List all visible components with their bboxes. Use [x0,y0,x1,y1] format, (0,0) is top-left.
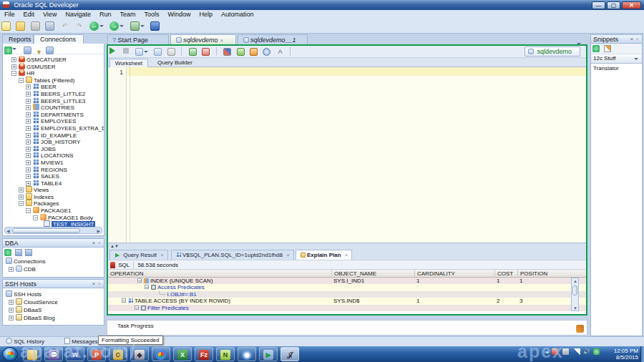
ssh-close-icon[interactable]: × [90,280,97,288]
minimize-button[interactable]: — [592,1,605,9]
snippet-category-combo[interactable]: 12c Stuff [591,54,642,64]
undo-icon[interactable]: ↶ [60,21,69,31]
sql-editor[interactable]: 1 [108,67,586,243]
expand-icon[interactable] [26,147,31,152]
menu-edit[interactable]: Edit [19,10,39,19]
grid-row-filter-predicates[interactable]: Filter Predicates [108,305,586,311]
expand-icon[interactable] [9,267,14,272]
history-icon[interactable] [263,48,270,56]
expand-icon[interactable] [19,195,24,200]
scroll-up-icon[interactable]: ▲ [573,278,577,284]
expand-icon[interactable] [26,140,31,145]
scroll-left-icon[interactable]: ◀ [6,228,10,234]
add-snippet-icon[interactable] [592,45,600,52]
format-icon[interactable]: A [276,48,284,56]
snippet-item-translator[interactable]: Translator [591,64,642,73]
expand-icon[interactable] [9,300,14,305]
tray-expand-icon[interactable]: ▴ [546,348,549,355]
forward-dropdown-icon[interactable] [119,25,124,29]
col-cardinality[interactable]: CARDINALITY [414,270,494,278]
debug-icon[interactable] [130,21,140,31]
add-dropdown-icon[interactable] [12,48,16,52]
debug-dropdown-icon[interactable] [140,25,145,29]
expand-icon[interactable] [26,160,31,165]
tree-item-locations[interactable]: LOCATIONS [3,152,104,159]
find-icon[interactable] [167,48,175,56]
tab-vsql-plan[interactable]: V$SQL_PLAN.SQL_ID=1uptd2nd1fhd8 × [171,250,294,260]
tree-item-beers-little3[interactable]: BEERS_LITTLE3 [3,97,104,104]
scroll-thumb[interactable] [572,285,577,295]
sql-label[interactable]: SQL [118,262,130,268]
menu-automation[interactable]: Automation [217,10,258,19]
splitter-bar[interactable]: ▲▼ [108,243,586,249]
collapse-icon[interactable] [145,285,149,289]
expand-icon[interactable] [26,84,31,89]
expand-icon[interactable] [11,64,16,69]
open-folder-icon[interactable] [16,21,25,31]
tab-close-icon[interactable]: × [345,252,348,258]
tree-item-views[interactable]: Views [3,186,104,193]
expand-icon[interactable] [9,315,14,321]
run-script-dropdown-icon[interactable] [144,51,148,55]
taskbar-screen-recorder[interactable]: ◉ [238,347,256,361]
expand-icon[interactable] [26,126,31,131]
collapse-icon[interactable] [11,71,16,76]
menu-view[interactable]: View [39,10,61,19]
taskbar-excel[interactable]: X [173,347,192,361]
sql-history-button[interactable]: SQL History [3,337,47,346]
autotrace-icon[interactable] [154,48,162,56]
tab-start-page[interactable]: ? Start Page [107,34,169,44]
show-desktop-button[interactable] [640,346,644,362]
back-icon[interactable]: ← [89,21,99,31]
back-dropdown-icon[interactable] [99,25,104,29]
collapse-icon[interactable] [33,215,38,220]
compare-icon[interactable] [150,21,160,31]
tab-close-icon[interactable]: × [220,37,224,44]
expand-icon[interactable] [26,133,31,138]
ssh-panel-header[interactable]: SSH Hosts ▫× [2,279,104,288]
redo-icon[interactable]: ↷ [74,21,84,31]
tree-item-package1-body[interactable]: PACKAGE1 Body [3,214,104,221]
taskbar-filezilla[interactable]: Fz [195,347,213,361]
explain-plan-icon[interactable] [223,48,231,56]
col-object-name[interactable]: OBJECT_NAME [331,270,414,278]
tree-item-gsmuser[interactable]: GSMUSER [3,63,104,70]
taskbar-file-explorer[interactable] [23,347,42,361]
tab-reports[interactable]: Reports [2,34,34,44]
expand-icon[interactable] [26,99,31,104]
menu-help[interactable]: Help [195,10,217,19]
expand-icon[interactable] [11,57,16,62]
run-script-icon[interactable] [135,48,143,56]
taskbar-word[interactable]: W [66,347,84,361]
menu-window[interactable]: Window [163,10,195,19]
network-icon[interactable] [574,348,580,355]
menu-tools[interactable]: Tools [140,10,163,19]
tree-item-jobs[interactable]: JOBS [3,145,104,152]
edit-snippet-icon[interactable] [604,45,611,52]
tray-clipboard-icon[interactable] [562,348,569,355]
dba-add-icon[interactable] [4,249,11,256]
menu-team[interactable]: Team [115,10,140,19]
tab-query-result[interactable]: Query Result × [109,250,168,260]
ssh-item-cloudservice[interactable]: CloudService [3,298,104,306]
add-connection-icon[interactable] [4,47,12,54]
scroll-down-icon[interactable]: ▼ [573,305,577,311]
tree-item-countries[interactable]: COUNTRIES [3,104,104,111]
dba-close-icon[interactable]: × [90,239,97,248]
dba-cdb-row[interactable]: CDB [3,265,104,273]
taskbar-sql-runner[interactable]: ▶ [259,347,278,361]
combo-dropdown-icon[interactable] [634,58,638,62]
tab-sqldevdemo[interactable]: sqldevdemo× [170,34,236,44]
tree-item-package1[interactable]: PACKAGE1 [3,207,104,214]
tree-item-employees-extra[interactable]: EMPLOYEES_EXTRA_DA [3,124,104,132]
expand-icon[interactable] [26,153,31,158]
taskbar-notepad-editor[interactable]: N [216,347,235,361]
dba-refresh-icon[interactable] [15,249,22,256]
connection-combo[interactable]: sqldevdemo [525,47,580,57]
menu-navigate[interactable]: Navigate [61,10,95,19]
tree-item-regions[interactable]: REGIONS [3,166,104,173]
tree-item-hr[interactable]: HR [3,69,104,77]
tab-close-icon[interactable]: × [286,252,290,258]
scroll-right-icon[interactable]: ▶ [97,228,100,234]
tree-item-gsmcatuser[interactable]: GSMCATUSER [3,56,104,63]
